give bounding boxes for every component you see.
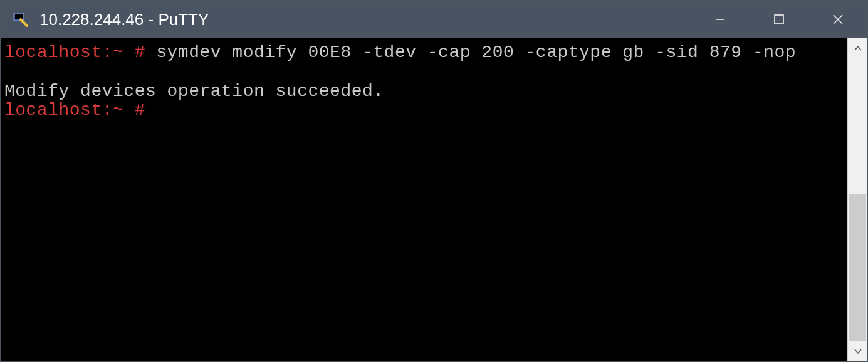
terminal-line: Modify devices operation succeeded. — [4, 82, 844, 102]
shell-prompt: localhost:~ # — [4, 100, 145, 120]
putty-icon — [11, 9, 31, 29]
window-controls — [691, 1, 867, 38]
svg-rect-3 — [775, 15, 783, 24]
shell-prompt: localhost:~ # — [4, 43, 145, 62]
scrollbar[interactable] — [847, 38, 867, 361]
titlebar[interactable]: 10.228.244.46 - PuTTY — [1, 1, 867, 38]
command-text: symdev modify 00E8 -tdev -cap 200 -capty… — [145, 43, 796, 62]
window-title: 10.228.244.46 - PuTTY — [39, 10, 691, 29]
window-body: localhost:~ # symdev modify 00E8 -tdev -… — [1, 38, 867, 361]
scroll-down-arrow[interactable] — [848, 341, 867, 361]
minimize-button[interactable] — [691, 1, 750, 38]
terminal-blank-line — [4, 63, 844, 82]
scroll-up-arrow[interactable] — [848, 38, 867, 58]
maximize-button[interactable] — [750, 1, 808, 38]
scroll-track[interactable] — [848, 58, 867, 341]
terminal-line: localhost:~ # — [4, 101, 844, 120]
output-text: Modify devices operation succeeded. — [4, 82, 384, 101]
terminal-line: localhost:~ # symdev modify 00E8 -tdev -… — [4, 43, 844, 63]
scroll-thumb[interactable] — [849, 194, 866, 341]
close-button[interactable] — [808, 1, 867, 38]
terminal[interactable]: localhost:~ # symdev modify 00E8 -tdev -… — [1, 38, 847, 361]
